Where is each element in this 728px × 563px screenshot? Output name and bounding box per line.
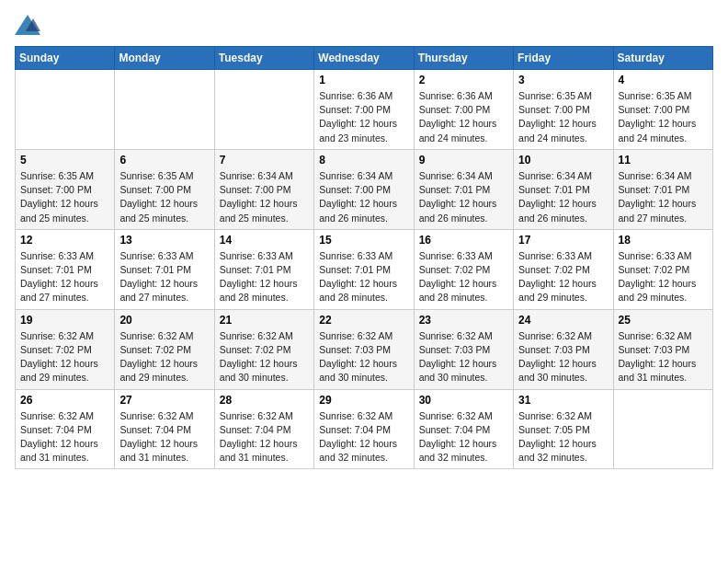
weekday-header: Thursday — [414, 47, 513, 70]
day-number: 1 — [319, 74, 408, 86]
day-info: Sunrise: 6:35 AMSunset: 7:00 PMDaylight:… — [619, 89, 708, 145]
day-number: 21 — [220, 314, 309, 327]
day-info: Sunrise: 6:34 AMSunset: 7:00 PMDaylight:… — [319, 169, 408, 225]
calendar-week-row: 19Sunrise: 6:32 AMSunset: 7:02 PMDayligh… — [16, 309, 713, 389]
day-info: Sunrise: 6:32 AMSunset: 7:04 PMDaylight:… — [220, 409, 309, 465]
day-info: Sunrise: 6:32 AMSunset: 7:03 PMDaylight:… — [319, 329, 408, 385]
day-info: Sunrise: 6:34 AMSunset: 7:00 PMDaylight:… — [220, 169, 309, 225]
calendar-cell — [115, 70, 214, 150]
day-number: 24 — [518, 314, 608, 327]
day-info: Sunrise: 6:32 AMSunset: 7:03 PMDaylight:… — [619, 329, 708, 385]
day-info: Sunrise: 6:34 AMSunset: 7:01 PMDaylight:… — [619, 169, 708, 225]
calendar-cell: 14Sunrise: 6:33 AMSunset: 7:01 PMDayligh… — [214, 229, 313, 309]
day-info: Sunrise: 6:35 AMSunset: 7:00 PMDaylight:… — [119, 169, 209, 225]
calendar-cell: 10Sunrise: 6:34 AMSunset: 7:01 PMDayligh… — [514, 149, 613, 229]
calendar-cell: 30Sunrise: 6:32 AMSunset: 7:04 PMDayligh… — [414, 389, 513, 469]
day-info: Sunrise: 6:32 AMSunset: 7:04 PMDaylight:… — [419, 409, 508, 465]
calendar-cell: 17Sunrise: 6:33 AMSunset: 7:02 PMDayligh… — [514, 229, 613, 309]
logo-icon — [15, 15, 40, 35]
day-number: 4 — [619, 74, 708, 86]
day-number: 6 — [119, 154, 209, 167]
calendar-cell: 1Sunrise: 6:36 AMSunset: 7:00 PMDaylight… — [314, 70, 414, 150]
day-number: 11 — [619, 154, 708, 167]
day-info: Sunrise: 6:33 AMSunset: 7:01 PMDaylight:… — [220, 249, 309, 305]
day-info: Sunrise: 6:32 AMSunset: 7:02 PMDaylight:… — [20, 329, 109, 385]
weekday-header: Sunday — [16, 47, 115, 70]
calendar-cell: 18Sunrise: 6:33 AMSunset: 7:02 PMDayligh… — [613, 229, 712, 309]
calendar-cell: 3Sunrise: 6:35 AMSunset: 7:00 PMDaylight… — [514, 70, 613, 150]
weekday-header: Tuesday — [214, 47, 313, 70]
calendar-cell: 6Sunrise: 6:35 AMSunset: 7:00 PMDaylight… — [115, 149, 214, 229]
calendar-cell: 31Sunrise: 6:32 AMSunset: 7:05 PMDayligh… — [514, 389, 613, 469]
day-info: Sunrise: 6:33 AMSunset: 7:02 PMDaylight:… — [518, 249, 608, 305]
day-number: 9 — [419, 154, 508, 167]
day-number: 23 — [419, 314, 508, 327]
calendar-cell: 21Sunrise: 6:32 AMSunset: 7:02 PMDayligh… — [214, 309, 313, 389]
calendar-cell: 26Sunrise: 6:32 AMSunset: 7:04 PMDayligh… — [16, 389, 115, 469]
day-number: 25 — [619, 314, 708, 327]
day-info: Sunrise: 6:32 AMSunset: 7:03 PMDaylight:… — [518, 329, 608, 385]
day-number: 17 — [518, 234, 608, 247]
day-number: 28 — [220, 394, 309, 407]
day-number: 31 — [518, 394, 608, 407]
day-info: Sunrise: 6:32 AMSunset: 7:04 PMDaylight:… — [20, 409, 109, 465]
day-number: 3 — [518, 74, 608, 86]
weekday-header: Wednesday — [314, 47, 414, 70]
weekday-header: Saturday — [613, 47, 712, 70]
calendar-cell: 5Sunrise: 6:35 AMSunset: 7:00 PMDaylight… — [16, 149, 115, 229]
day-info: Sunrise: 6:32 AMSunset: 7:02 PMDaylight:… — [119, 329, 209, 385]
calendar-cell: 4Sunrise: 6:35 AMSunset: 7:00 PMDaylight… — [613, 70, 712, 150]
calendar-cell: 13Sunrise: 6:33 AMSunset: 7:01 PMDayligh… — [115, 229, 214, 309]
day-number: 2 — [419, 74, 508, 86]
day-number: 7 — [220, 154, 309, 167]
day-info: Sunrise: 6:32 AMSunset: 7:04 PMDaylight:… — [319, 409, 408, 465]
day-number: 29 — [319, 394, 408, 407]
day-info: Sunrise: 6:35 AMSunset: 7:00 PMDaylight:… — [518, 89, 608, 145]
day-info: Sunrise: 6:32 AMSunset: 7:04 PMDaylight:… — [119, 409, 209, 465]
calendar-cell: 29Sunrise: 6:32 AMSunset: 7:04 PMDayligh… — [314, 389, 414, 469]
calendar-cell: 16Sunrise: 6:33 AMSunset: 7:02 PMDayligh… — [414, 229, 513, 309]
day-number: 14 — [220, 234, 309, 247]
calendar-cell: 15Sunrise: 6:33 AMSunset: 7:01 PMDayligh… — [314, 229, 414, 309]
day-info: Sunrise: 6:32 AMSunset: 7:02 PMDaylight:… — [220, 329, 309, 385]
day-number: 19 — [20, 314, 109, 327]
day-number: 30 — [419, 394, 508, 407]
calendar-cell — [16, 70, 115, 150]
day-info: Sunrise: 6:36 AMSunset: 7:00 PMDaylight:… — [419, 89, 508, 145]
day-info: Sunrise: 6:32 AMSunset: 7:05 PMDaylight:… — [518, 409, 608, 465]
calendar-cell: 27Sunrise: 6:32 AMSunset: 7:04 PMDayligh… — [115, 389, 214, 469]
day-number: 15 — [319, 234, 408, 247]
calendar-cell: 9Sunrise: 6:34 AMSunset: 7:01 PMDaylight… — [414, 149, 513, 229]
day-info: Sunrise: 6:34 AMSunset: 7:01 PMDaylight:… — [518, 169, 608, 225]
calendar-week-row: 26Sunrise: 6:32 AMSunset: 7:04 PMDayligh… — [16, 389, 713, 469]
weekday-header: Monday — [115, 47, 214, 70]
day-info: Sunrise: 6:32 AMSunset: 7:03 PMDaylight:… — [419, 329, 508, 385]
calendar-cell: 12Sunrise: 6:33 AMSunset: 7:01 PMDayligh… — [16, 229, 115, 309]
day-info: Sunrise: 6:33 AMSunset: 7:01 PMDaylight:… — [20, 249, 109, 305]
day-info: Sunrise: 6:35 AMSunset: 7:00 PMDaylight:… — [20, 169, 109, 225]
calendar-cell — [613, 389, 712, 469]
calendar-cell — [214, 70, 313, 150]
day-number: 16 — [419, 234, 508, 247]
calendar-week-row: 12Sunrise: 6:33 AMSunset: 7:01 PMDayligh… — [16, 229, 713, 309]
page-header — [15, 15, 713, 35]
weekday-header: Friday — [514, 47, 613, 70]
calendar-week-row: 1Sunrise: 6:36 AMSunset: 7:00 PMDaylight… — [16, 70, 713, 150]
day-number: 18 — [619, 234, 708, 247]
calendar-table: SundayMondayTuesdayWednesdayThursdayFrid… — [15, 46, 713, 469]
calendar-cell: 11Sunrise: 6:34 AMSunset: 7:01 PMDayligh… — [613, 149, 712, 229]
day-info: Sunrise: 6:33 AMSunset: 7:02 PMDaylight:… — [419, 249, 508, 305]
day-number: 22 — [319, 314, 408, 327]
day-number: 5 — [20, 154, 109, 167]
calendar-week-row: 5Sunrise: 6:35 AMSunset: 7:00 PMDaylight… — [16, 149, 713, 229]
day-info: Sunrise: 6:33 AMSunset: 7:01 PMDaylight:… — [319, 249, 408, 305]
calendar-cell: 8Sunrise: 6:34 AMSunset: 7:00 PMDaylight… — [314, 149, 414, 229]
calendar-cell: 23Sunrise: 6:32 AMSunset: 7:03 PMDayligh… — [414, 309, 513, 389]
calendar-cell: 7Sunrise: 6:34 AMSunset: 7:00 PMDaylight… — [214, 149, 313, 229]
day-number: 20 — [119, 314, 209, 327]
calendar-cell: 2Sunrise: 6:36 AMSunset: 7:00 PMDaylight… — [414, 70, 513, 150]
day-number: 12 — [20, 234, 109, 247]
day-number: 10 — [518, 154, 608, 167]
day-number: 13 — [119, 234, 209, 247]
calendar-header-row: SundayMondayTuesdayWednesdayThursdayFrid… — [16, 47, 713, 70]
